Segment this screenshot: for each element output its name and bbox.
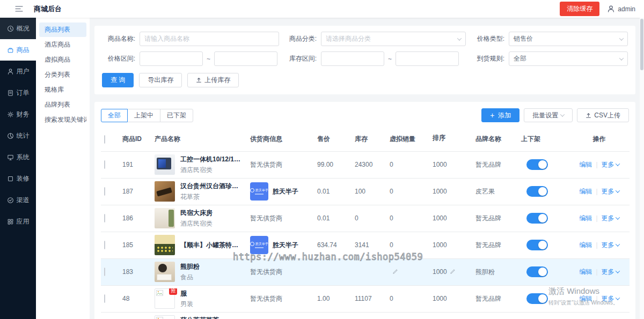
- status-toggle[interactable]: [526, 240, 548, 250]
- product-table: 商品ID产品名称供货商信息售价库存虚拟销量排序品牌名称上下架操作 191工控一体…: [101, 129, 630, 319]
- submenu-item-商品列表[interactable]: 商品列表: [39, 23, 86, 37]
- submenu-item-虚拟商品[interactable]: 虚拟商品: [39, 53, 86, 67]
- edit-link[interactable]: 编辑: [579, 187, 592, 196]
- stats-icon: [7, 132, 14, 139]
- more-link[interactable]: 更多: [602, 187, 619, 196]
- sidebar-item-装修[interactable]: 装修: [0, 168, 36, 189]
- channel-icon: [7, 197, 14, 204]
- product-name-cell: 熊胆粉食品: [151, 258, 247, 285]
- export-stock-button[interactable]: 导出库存: [139, 73, 182, 87]
- sidebar-item-用户[interactable]: 用户: [0, 61, 36, 82]
- row-checkbox[interactable]: [104, 241, 105, 249]
- sort-cell: 1000: [429, 151, 472, 178]
- more-link[interactable]: 更多: [602, 268, 619, 277]
- product-name-label: 商品名称:: [102, 34, 135, 43]
- supplier-name: 暂无供货商: [250, 268, 282, 276]
- edit-link[interactable]: 编辑: [579, 294, 592, 303]
- edit-link[interactable]: 编辑: [579, 241, 592, 250]
- edit-link[interactable]: 编辑: [579, 160, 592, 169]
- sidebar-item-财务[interactable]: 财务: [0, 103, 36, 125]
- add-product-button[interactable]: + 添加: [481, 108, 519, 122]
- supplier-cell: 暂无供货商: [247, 205, 314, 232]
- price-min-input[interactable]: [140, 51, 203, 66]
- dashboard-icon: [7, 25, 14, 32]
- order-icon: [7, 90, 14, 97]
- submenu-item-搜索发现关键词[interactable]: 搜索发现关键词: [39, 113, 86, 127]
- sidebar-item-渠道[interactable]: 渠道: [0, 189, 36, 211]
- edit-pencil-icon[interactable]: [392, 269, 398, 275]
- tab-全部[interactable]: 全部: [101, 109, 128, 122]
- sidebar-item-label: 用户: [17, 67, 30, 76]
- select-all-checkbox[interactable]: [104, 135, 105, 144]
- edit-link[interactable]: 编辑: [579, 214, 592, 223]
- price-cell: 0.01: [314, 205, 352, 232]
- sidebar-item-应用[interactable]: 应用: [0, 211, 36, 232]
- product-name: 工控一体机10/12/17/1...: [180, 155, 244, 164]
- scrollbar-thumb[interactable]: [640, 19, 643, 70]
- status-toggle[interactable]: [526, 266, 548, 277]
- product-name: 民宿大床房: [180, 209, 213, 218]
- search-button[interactable]: 查 询: [102, 73, 134, 87]
- sidebar-item-概况[interactable]: 概况: [0, 18, 36, 39]
- stock-max-input[interactable]: [396, 51, 459, 66]
- stock-min-input[interactable]: [321, 51, 384, 66]
- product-name-cell: 蒲公英花草茶花草茶: [151, 312, 247, 319]
- menu-collapse-icon[interactable]: [15, 5, 23, 12]
- row-checkbox[interactable]: [104, 294, 105, 303]
- actions-wrap: 编辑|更多: [572, 160, 626, 169]
- product-name-input[interactable]: 请输入商品名称: [140, 32, 279, 46]
- actions-cell: 编辑|更多: [569, 178, 630, 205]
- batch-settings-button[interactable]: 批量设置: [524, 108, 573, 122]
- edit-pencil-icon[interactable]: [450, 269, 456, 275]
- more-link[interactable]: 更多: [602, 294, 619, 303]
- product-category-select[interactable]: 请选择商品分类: [321, 32, 466, 46]
- more-link[interactable]: 更多: [602, 214, 619, 223]
- sidebar-item-订单[interactable]: 订单: [0, 82, 36, 103]
- status-toggle[interactable]: [526, 213, 548, 224]
- submenu-item-品牌列表[interactable]: 品牌列表: [39, 98, 86, 112]
- column-header-操作: 操作: [569, 129, 630, 151]
- product-name-cell: 【顺丰】小罐茶特级龙...: [151, 232, 247, 258]
- arrival-rule-select[interactable]: 全部: [509, 51, 628, 66]
- admin-user-menu[interactable]: admin: [607, 5, 635, 13]
- price-type-select[interactable]: 销售价: [509, 32, 628, 46]
- product-thumbnail: [155, 262, 175, 282]
- submenu-item-规格库[interactable]: 规格库: [39, 83, 86, 97]
- row-checkbox[interactable]: [104, 214, 105, 222]
- tab-已下架[interactable]: 已下架: [160, 109, 193, 122]
- csv-upload-button[interactable]: CSV上传: [577, 108, 629, 122]
- status-toggle[interactable]: [526, 159, 548, 170]
- sidebar-item-统计[interactable]: 统计: [0, 125, 36, 146]
- primary-sidebar: 概况商品用户订单财务统计系统装修渠道应用: [0, 18, 36, 319]
- sort-icons[interactable]: [448, 138, 451, 145]
- price-max-input[interactable]: [214, 51, 277, 66]
- upload-stock-button[interactable]: 上传库存: [187, 73, 239, 87]
- table-row: 191工控一体机10/12/17/1...酒店民宿类暂无供货商99.002430…: [101, 151, 630, 178]
- status-toggle[interactable]: [526, 293, 548, 304]
- list-toolbar: 全部上架中已下架 + 添加 批量设置 CSV上传: [101, 108, 629, 122]
- clear-cache-button[interactable]: 清除缓存: [560, 2, 599, 16]
- chevron-down-icon: [619, 56, 624, 60]
- supplier-logo: 胜天半子: [250, 182, 268, 201]
- submenu-item-分类列表[interactable]: 分类列表: [39, 68, 86, 82]
- sidebar-item-商品[interactable]: 商品: [0, 39, 36, 61]
- virtual-sales-cell: 0: [386, 205, 429, 232]
- status-toggle[interactable]: [526, 186, 548, 197]
- product-name-wrap: 熊胆粉食品: [155, 262, 244, 282]
- row-checkbox[interactable]: [104, 160, 105, 169]
- actions-cell: 编辑|更多: [569, 151, 630, 178]
- row-checkbox[interactable]: [104, 187, 105, 196]
- sidebar-item-系统[interactable]: 系统: [0, 146, 36, 168]
- more-link[interactable]: 更多: [602, 241, 619, 250]
- brand-cell: 暂无品牌: [472, 232, 518, 258]
- supplier-name: 胜天半子: [273, 241, 298, 250]
- more-link[interactable]: 更多: [602, 160, 619, 169]
- sort-cell: 1000: [429, 258, 472, 285]
- submenu-item-酒店商品[interactable]: 酒店商品: [39, 38, 86, 52]
- product-name: 汉台贵州汉台酒珍藏30...: [180, 182, 244, 191]
- stock-cell: 100: [352, 178, 386, 205]
- virtual-sales-cell: 0: [386, 312, 429, 319]
- row-checkbox[interactable]: [104, 268, 105, 276]
- tab-上架中[interactable]: 上架中: [127, 109, 160, 122]
- edit-link[interactable]: 编辑: [579, 268, 592, 277]
